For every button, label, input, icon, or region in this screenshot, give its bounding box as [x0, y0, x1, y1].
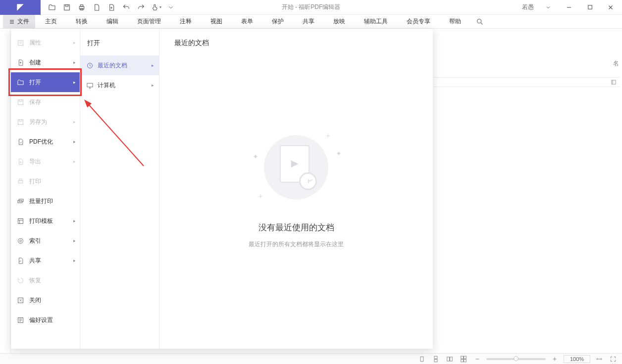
open-sublist: 打开 最近的文档▸ 计算机▸: [80, 29, 159, 349]
empty-title: 没有最近使用的文档: [259, 222, 334, 233]
zoom-slider[interactable]: [486, 358, 546, 360]
svg-rect-28: [447, 357, 450, 361]
file-tab[interactable]: 文件: [3, 15, 35, 28]
empty-state: ✦ + ✦ + 没有最近使用的文档 最近打开的所有文档都将显示在这里: [159, 128, 433, 249]
view-facing-icon[interactable]: [445, 355, 455, 364]
svg-rect-9: [18, 100, 23, 104]
tab-page-manage[interactable]: 页面管理: [128, 15, 170, 28]
save-icon[interactable]: [60, 1, 73, 14]
open-panel-title: 打开: [80, 37, 159, 55]
svg-rect-8: [18, 40, 23, 45]
tab-help[interactable]: 帮助: [440, 15, 470, 28]
svg-rect-32: [461, 359, 464, 362]
file-item-export[interactable]: 导出▸: [11, 152, 80, 171]
open-sub-computer[interactable]: 计算机▸: [80, 75, 159, 95]
svg-rect-33: [464, 359, 466, 362]
zoom-in-icon[interactable]: [550, 355, 560, 364]
recent-docs-panel: 最近的文档 ✦ + ✦ + 没有最近使用的文档 最近打开的所有文档都将显示在这里: [159, 29, 433, 349]
file-item-save[interactable]: 保存: [11, 92, 80, 112]
fit-width-icon[interactable]: [594, 355, 604, 364]
file-backstage: 属性▸ 创建▸ 打开▸ 保存 另存为▸ PDF优化▸ 导出▸ 打印 批量打印 打…: [11, 29, 433, 349]
status-bar: 100%: [0, 353, 622, 364]
tab-home[interactable]: 主页: [36, 15, 66, 28]
redo-icon[interactable]: [135, 1, 148, 14]
svg-rect-14: [19, 179, 22, 180]
svg-point-19: [20, 240, 22, 242]
search-icon[interactable]: [475, 17, 485, 27]
svg-rect-12: [19, 119, 22, 121]
window-title: 开始 - 福昕PDF编辑器: [282, 3, 341, 11]
collapse-icon[interactable]: [610, 79, 617, 86]
svg-rect-5: [588, 5, 592, 9]
svg-rect-0: [64, 4, 70, 10]
titlebar: ▾ 开始 - 福昕PDF编辑器 若愚: [0, 0, 622, 15]
empty-subtitle: 最近打开的所有文档都将显示在这里: [249, 240, 344, 249]
minimize-button[interactable]: [561, 1, 577, 14]
file-item-save-as[interactable]: 另存为▸: [11, 112, 80, 132]
tab-protect[interactable]: 保护: [263, 15, 293, 28]
tab-share[interactable]: 共享: [294, 15, 323, 28]
tab-present[interactable]: 放映: [324, 15, 354, 28]
file-item-open[interactable]: 打开▸: [11, 72, 80, 92]
ribbon-tabs: 文件 主页 转换 编辑 页面管理 注释 视图 表单 保护 共享 放映 辅助工具 …: [0, 15, 622, 29]
file-item-create[interactable]: 创建▸: [11, 52, 80, 72]
view-facing-continuous-icon[interactable]: [459, 355, 468, 364]
qat-dropdown-icon[interactable]: [164, 1, 177, 14]
file-menu-list: 属性▸ 创建▸ 打开▸ 保存 另存为▸ PDF优化▸ 导出▸ 打印 批量打印 打…: [11, 29, 80, 349]
svg-rect-3: [80, 4, 83, 6]
svg-point-18: [18, 238, 23, 243]
svg-rect-10: [19, 100, 22, 101]
maximize-button[interactable]: [581, 1, 598, 14]
tab-comment[interactable]: 注释: [171, 15, 201, 28]
new-blank-icon[interactable]: [105, 1, 118, 14]
undo-icon[interactable]: [120, 1, 133, 14]
open-sub-recent[interactable]: 最近的文档▸: [80, 55, 159, 75]
user-name[interactable]: 若愚: [520, 2, 536, 12]
fullscreen-icon[interactable]: [608, 355, 618, 364]
background-start-page: 名: [434, 29, 622, 353]
left-tool-strip: [0, 29, 11, 353]
tab-convert[interactable]: 转换: [67, 15, 97, 28]
svg-rect-13: [18, 180, 23, 183]
tab-view[interactable]: 视图: [202, 15, 231, 28]
svg-rect-17: [18, 218, 23, 223]
touch-mode-icon[interactable]: ▾: [150, 1, 162, 14]
tab-edit[interactable]: 编辑: [98, 15, 127, 28]
quick-access-toolbar: ▾: [41, 1, 177, 14]
column-header-name: 名: [613, 59, 619, 68]
svg-point-6: [477, 19, 481, 23]
new-doc-icon[interactable]: [90, 1, 103, 14]
view-continuous-icon[interactable]: [431, 355, 441, 364]
file-item-batch-print[interactable]: 批量打印: [11, 191, 80, 211]
svg-rect-23: [87, 83, 93, 87]
zoom-value[interactable]: 100%: [564, 355, 590, 363]
tab-accessibility[interactable]: 辅助工具: [355, 15, 397, 28]
file-item-index[interactable]: 索引▸: [11, 231, 80, 251]
svg-rect-25: [420, 357, 423, 361]
zoom-out-icon[interactable]: [472, 355, 482, 364]
file-item-share[interactable]: 共享▸: [11, 251, 80, 270]
svg-rect-30: [461, 356, 464, 359]
svg-rect-26: [434, 356, 437, 359]
recent-panel-title: 最近的文档: [174, 39, 418, 48]
tab-form[interactable]: 表单: [232, 15, 262, 28]
file-item-close[interactable]: 关闭: [11, 290, 80, 310]
print-icon[interactable]: [75, 1, 88, 14]
svg-rect-29: [450, 357, 453, 361]
svg-rect-27: [434, 359, 437, 362]
view-single-page-icon[interactable]: [417, 355, 427, 364]
open-folder-icon[interactable]: [46, 1, 58, 14]
close-button[interactable]: [602, 1, 619, 14]
file-item-pdf-optimize[interactable]: PDF优化▸: [11, 132, 80, 152]
svg-rect-31: [464, 356, 466, 359]
user-dropdown-icon[interactable]: [540, 1, 557, 14]
tab-vip[interactable]: 会员专享: [398, 15, 439, 28]
file-item-print-template[interactable]: 打印模板▸: [11, 211, 80, 231]
empty-illustration: ✦ + ✦ +: [252, 128, 341, 207]
file-item-properties[interactable]: 属性▸: [11, 33, 80, 52]
svg-rect-1: [65, 4, 68, 6]
file-item-recover[interactable]: 恢复: [11, 270, 80, 290]
file-item-preferences[interactable]: 偏好设置: [11, 310, 80, 330]
file-item-print[interactable]: 打印: [11, 171, 80, 191]
app-logo: [0, 0, 41, 15]
